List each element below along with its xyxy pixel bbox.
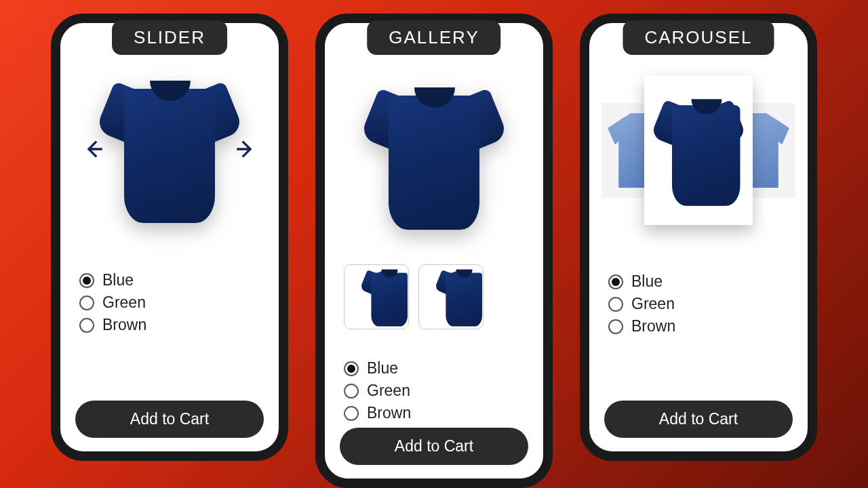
slider-panel: SLIDER Blue Green Brown Add to Cart [51, 14, 288, 461]
product-image [658, 92, 739, 209]
color-options: Blue Green Brown [608, 272, 789, 336]
panel-label: GALLERY [367, 20, 500, 55]
arrow-right-icon[interactable] [234, 138, 257, 161]
color-option-blue[interactable]: Blue [344, 359, 432, 378]
thumbnail[interactable] [344, 264, 409, 329]
radio-icon [79, 296, 94, 310]
color-option-brown[interactable]: Brown [608, 317, 696, 336]
color-option-brown[interactable]: Brown [79, 316, 167, 334]
add-to-cart-button[interactable]: Add to Cart [75, 401, 264, 438]
radio-icon [344, 406, 359, 421]
panel-label: CAROUSEL [623, 20, 774, 55]
color-option-blue[interactable]: Blue [608, 272, 696, 291]
color-options: Blue Green Brown [344, 359, 524, 422]
arrow-left-icon[interactable] [82, 138, 105, 161]
carousel-current-card[interactable] [644, 76, 753, 225]
color-option-brown[interactable]: Brown [344, 404, 432, 422]
color-option-green[interactable]: Green [79, 293, 167, 312]
thumbnail[interactable] [418, 264, 484, 329]
radio-icon [344, 384, 359, 399]
panel-label: SLIDER [112, 20, 227, 55]
product-main-image [340, 54, 528, 258]
radio-icon [608, 297, 623, 312]
radio-icon [79, 318, 94, 333]
product-carousel[interactable] [604, 56, 793, 245]
product-slider [75, 54, 264, 244]
gallery-panel: GALLERY Blue Green Brown Add to Cart [315, 14, 553, 488]
radio-icon [608, 274, 623, 289]
product-image [370, 78, 498, 234]
carousel-panel: CAROUSEL Blue Green Brown Add to Cart [580, 14, 817, 461]
product-image [105, 71, 234, 227]
radio-icon [608, 319, 623, 334]
thumbnail-row [340, 264, 528, 329]
radio-icon [79, 273, 94, 288]
color-option-green[interactable]: Green [608, 295, 696, 313]
add-to-cart-button[interactable]: Add to Cart [340, 428, 528, 465]
color-options: Blue Green Brown [79, 271, 260, 334]
add-to-cart-button[interactable]: Add to Cart [604, 401, 793, 438]
color-option-green[interactable]: Green [344, 382, 432, 400]
color-option-blue[interactable]: Blue [79, 271, 167, 289]
radio-icon [344, 361, 359, 376]
